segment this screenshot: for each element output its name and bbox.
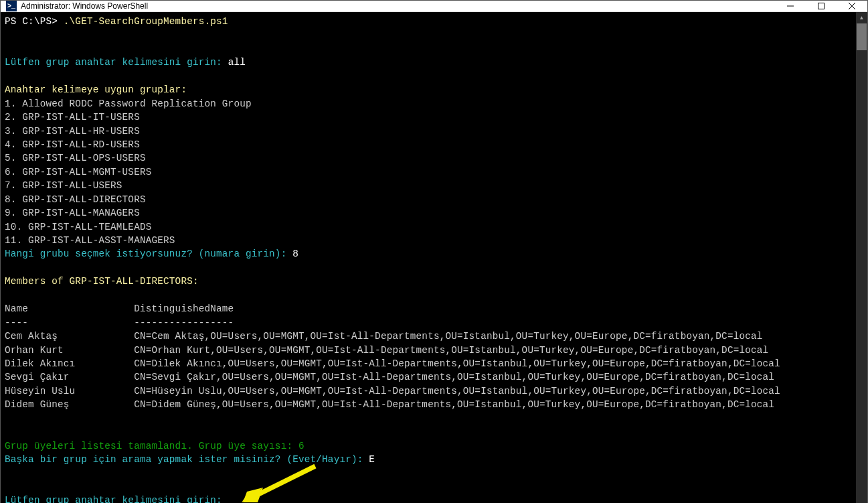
table-header: Name DistinguishedName — [5, 302, 852, 315]
maximize-button[interactable] — [806, 1, 837, 11]
table-row: Dilek Akıncı CN=Dilek Akıncı,OU=Users,OU… — [5, 357, 852, 370]
groups-header: Anahtar kelimeye uygun gruplar: — [5, 83, 852, 96]
scrollbar[interactable]: ▲ ▼ — [856, 12, 867, 503]
group-list-item: 5. GRP-IST-ALL-OPS-USERS — [5, 151, 852, 165]
search-again-line: Başka bir grup için arama yapmak ister m… — [5, 453, 852, 466]
group-list-item: 7. GRP-IST-ALL-USERS — [5, 179, 852, 192]
group-list-item: 6. GRP-IST-ALL-MGMT-USERS — [5, 165, 852, 179]
minimize-button[interactable] — [775, 1, 806, 11]
group-list-item: 4. GRP-IST-ALL-RD-USERS — [5, 138, 852, 151]
group-list-item: 1. Allowed RODC Password Replication Gro… — [5, 97, 852, 111]
table-divider: ---- ----------------- — [5, 316, 852, 330]
scrollbar-thumb[interactable] — [857, 23, 867, 50]
scroll-down-icon[interactable]: ▼ — [856, 499, 867, 503]
group-list-item: 10. GRP-IST-ALL-TEAMLEADS — [5, 220, 852, 234]
table-row: Orhan Kurt CN=Orhan Kurt,OU=Users,OU=MGM… — [5, 344, 852, 357]
keyword-input-line: Lütfen grup anahtar kelimesini girin: al… — [5, 56, 852, 69]
group-list-item: 8. GRP-IST-ALL-DIRECTORS — [5, 193, 852, 206]
terminal-area[interactable]: PS C:\PS> .\GET-SearchGroupMembers.ps1 L… — [1, 12, 856, 503]
group-list-item: 11. GRP-IST-ALL-ASST-MANAGERS — [5, 234, 852, 247]
group-list-item: 3. GRP-IST-ALL-HR-USERS — [5, 125, 852, 138]
completed-line: Grup üyeleri listesi tamamlandı. Grup üy… — [5, 439, 852, 453]
titlebar[interactable]: >_ Administrator: Windows PowerShell — [1, 1, 867, 12]
table-row: Hüseyin Uslu CN=Hüseyin Uslu,OU=Users,OU… — [5, 384, 852, 398]
scroll-up-icon[interactable]: ▲ — [856, 12, 867, 23]
prompt-line: PS C:\PS> .\GET-SearchGroupMembers.ps1 — [5, 15, 852, 28]
table-row: Sevgi Çakır CN=Sevgi Çakır,OU=Users,OU=M… — [5, 370, 852, 384]
group-list-item: 9. GRP-IST-ALL-MANAGERS — [5, 206, 852, 220]
window-title: Administrator: Windows PowerShell — [21, 1, 775, 11]
powershell-window: >_ Administrator: Windows PowerShell PS … — [0, 0, 868, 503]
powershell-icon: >_ — [6, 1, 17, 11]
window-controls — [775, 1, 867, 11]
table-row: Didem Güneş CN=Didem Güneş,OU=Users,OU=M… — [5, 398, 852, 411]
close-button[interactable] — [837, 1, 867, 11]
table-row: Cem Aktaş CN=Cem Aktaş,OU=Users,OU=MGMT,… — [5, 330, 852, 343]
svg-rect-1 — [818, 3, 824, 9]
keyword-input-line-2[interactable]: Lütfen grup anahtar kelimesini girin: — [5, 494, 852, 503]
group-list-item: 2. GRP-IST-ALL-IT-USERS — [5, 111, 852, 124]
select-group-line: Hangi grubu seçmek istiyorsunuz? (numara… — [5, 247, 852, 261]
members-header: Members of GRP-IST-ALL-DIRECTORS: — [5, 275, 852, 288]
